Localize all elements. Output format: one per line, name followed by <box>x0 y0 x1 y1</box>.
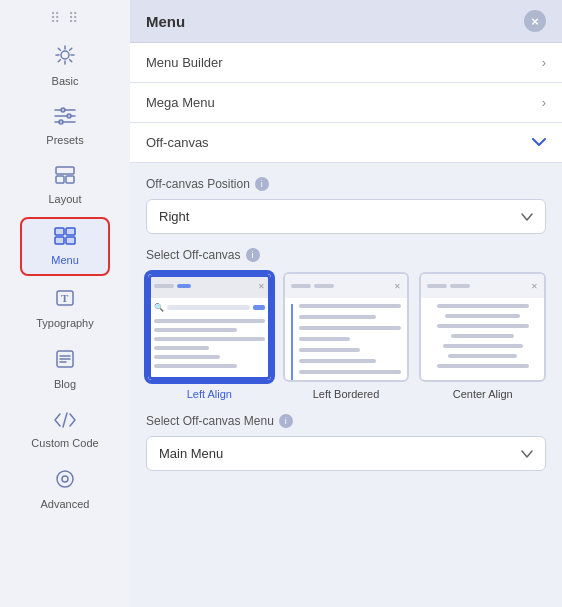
menu-row-menu-builder[interactable]: Menu Builder › <box>130 43 562 83</box>
panel-title: Menu <box>146 13 185 30</box>
center-align-label: Center Align <box>453 388 513 400</box>
svg-rect-18 <box>56 167 74 174</box>
sidebar: ⠿ ⠿ Basic <box>0 0 130 607</box>
svg-rect-23 <box>55 237 64 244</box>
left-bordered-label: Left Bordered <box>313 388 380 400</box>
blog-icon <box>55 349 75 374</box>
svg-rect-22 <box>66 228 75 235</box>
off-canvas-chevron <box>532 135 546 150</box>
svg-line-31 <box>63 413 67 427</box>
basic-icon <box>54 44 76 71</box>
sidebar-item-custom-code[interactable]: Custom Code <box>20 402 110 457</box>
presets-icon <box>54 107 76 130</box>
position-info-icon: i <box>255 177 269 191</box>
canvas-menu-field-label: Select Off-canvas Menu i <box>146 414 546 428</box>
position-select[interactable]: Right <box>146 199 546 234</box>
svg-point-14 <box>67 114 71 118</box>
sidebar-item-menu[interactable]: Menu <box>20 217 110 276</box>
menu-row-mega-menu[interactable]: Mega Menu › <box>130 83 562 123</box>
sidebar-item-advanced[interactable]: Advanced <box>20 461 110 518</box>
menu-builder-arrow: › <box>542 55 546 70</box>
svg-rect-20 <box>66 176 74 183</box>
sidebar-item-blog[interactable]: Blog <box>20 341 110 398</box>
canvas-option-center-align[interactable]: ✕ <box>419 272 546 400</box>
svg-point-0 <box>61 51 69 59</box>
typography-icon: T <box>55 288 75 313</box>
layout-icon <box>55 166 75 189</box>
sidebar-item-menu-label: Menu <box>51 254 79 266</box>
svg-point-11 <box>61 108 65 112</box>
svg-text:T: T <box>61 292 69 304</box>
canvas-options: ✕ 🔍 <box>146 272 546 400</box>
main-panel: Menu × Menu Builder › Mega Menu › Off-ca… <box>130 0 562 607</box>
position-select-value: Right <box>159 209 189 224</box>
svg-line-6 <box>70 60 72 62</box>
left-align-label: Left Align <box>187 388 232 400</box>
mega-menu-label: Mega Menu <box>146 95 215 110</box>
panel-content: Menu Builder › Mega Menu › Off-canvas Of… <box>130 43 562 607</box>
off-canvas-section: Off-canvas Position i Right Select Off-c… <box>130 163 562 499</box>
advanced-icon <box>55 469 75 494</box>
svg-point-17 <box>59 120 63 124</box>
svg-rect-24 <box>66 237 75 244</box>
left-bordered-preview: ✕ <box>283 272 410 382</box>
sidebar-item-blog-label: Blog <box>54 378 76 390</box>
sidebar-item-layout[interactable]: Layout <box>20 158 110 213</box>
canvas-menu-select-value: Main Menu <box>159 446 223 461</box>
canvas-option-left-align[interactable]: ✕ 🔍 <box>146 272 273 400</box>
custom-code-icon <box>54 410 76 433</box>
drag-handle: ⠿ ⠿ <box>50 10 80 26</box>
sidebar-item-typography[interactable]: T Typography <box>20 280 110 337</box>
sidebar-item-layout-label: Layout <box>48 193 81 205</box>
close-button[interactable]: × <box>524 10 546 32</box>
sidebar-item-basic[interactable]: Basic <box>20 36 110 95</box>
canvas-menu-label-text: Select Off-canvas Menu <box>146 414 274 428</box>
canvas-menu-info-icon: i <box>279 414 293 428</box>
off-canvas-label: Off-canvas <box>146 135 209 150</box>
menu-builder-label: Menu Builder <box>146 55 223 70</box>
sidebar-item-presets-label: Presets <box>46 134 83 146</box>
canvas-menu-chevron-icon <box>521 446 533 461</box>
canvas-info-icon: i <box>246 248 260 262</box>
position-field-label: Off-canvas Position i <box>146 177 546 191</box>
mega-menu-arrow: › <box>542 95 546 110</box>
sidebar-item-advanced-label: Advanced <box>41 498 90 510</box>
svg-line-7 <box>70 48 72 50</box>
canvas-menu-select[interactable]: Main Menu <box>146 436 546 471</box>
sidebar-item-custom-code-label: Custom Code <box>31 437 98 449</box>
svg-line-8 <box>58 60 60 62</box>
svg-rect-21 <box>55 228 64 235</box>
center-align-preview: ✕ <box>419 272 546 382</box>
canvas-field-label: Select Off-canvas i <box>146 248 546 262</box>
svg-line-5 <box>58 48 60 50</box>
position-chevron-icon <box>521 209 533 224</box>
sidebar-item-typography-label: Typography <box>36 317 93 329</box>
sidebar-item-basic-label: Basic <box>52 75 79 87</box>
panel-header: Menu × <box>130 0 562 43</box>
menu-icon <box>54 227 76 250</box>
canvas-option-left-bordered[interactable]: ✕ <box>283 272 410 400</box>
menu-row-off-canvas[interactable]: Off-canvas <box>130 123 562 163</box>
svg-point-33 <box>62 476 68 482</box>
position-label-text: Off-canvas Position <box>146 177 250 191</box>
canvas-label-text: Select Off-canvas <box>146 248 241 262</box>
left-align-preview: ✕ 🔍 <box>146 272 273 382</box>
svg-rect-19 <box>56 176 64 183</box>
sidebar-item-presets[interactable]: Presets <box>20 99 110 154</box>
svg-point-32 <box>57 471 73 487</box>
